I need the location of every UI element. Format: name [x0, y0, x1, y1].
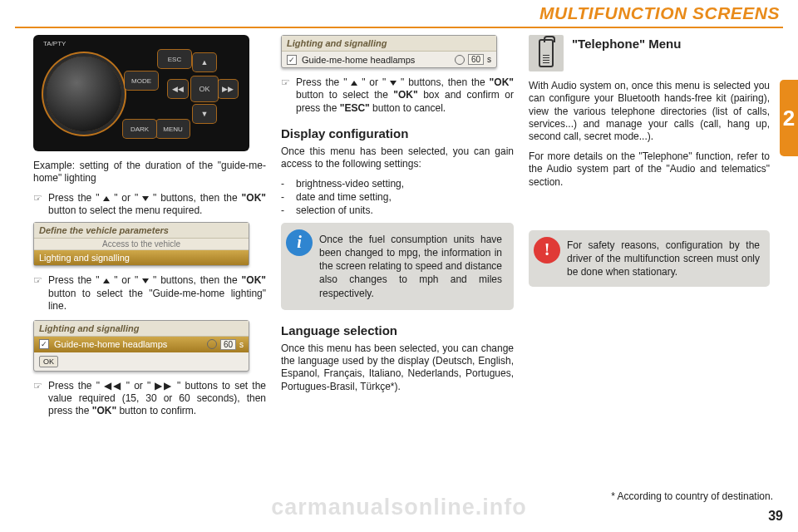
display-config-heading: Display configuration — [281, 126, 514, 140]
menu-screenshot-1: Define the vehicle parameters Access to … — [33, 222, 249, 266]
clock-icon — [455, 55, 465, 65]
info-icon: i — [286, 229, 313, 256]
dpad-down-icon: ▼ — [193, 105, 216, 123]
warning-callout: ! For safety reasons, configuration by t… — [529, 230, 770, 288]
clock-icon — [207, 339, 217, 349]
telephone-paragraph-2: For more details on the "Telephone" func… — [529, 150, 770, 189]
step-2: ☞ Press the " " or " " buttons, then the… — [33, 274, 266, 313]
value-box: 60 — [220, 339, 236, 350]
display-config-intro: Once this menu has been selected, you ca… — [281, 145, 514, 171]
chapter-number: 2 — [783, 106, 795, 131]
dpad-forward-icon: ▶▶ — [218, 80, 238, 98]
column-1: TA/PTY ESC MODE MENU DARK ▲ ▼ ◀◀ ▶▶ OK E… — [33, 35, 266, 423]
step-1: ☞ Press the " " or " " buttons, then the… — [33, 192, 266, 218]
language-heading: Language selection — [281, 323, 514, 337]
down-arrow-icon — [390, 81, 397, 86]
checkbox-icon: ✓ — [39, 339, 49, 349]
chapter-tab: 2 — [780, 80, 798, 156]
checkbox-icon: ✓ — [287, 55, 297, 65]
info-text: Once the fuel consumption units have bee… — [319, 234, 502, 299]
pointer-icon: ☞ — [281, 76, 291, 115]
list-item: -selection of units. — [281, 204, 514, 216]
menu-screenshot-2: Lighting and signalling ✓ Guide-me-home … — [33, 320, 249, 372]
menu3-row: ✓ Guide-me-home headlamps 60 s — [282, 52, 496, 67]
info-callout: i Once the fuel consumption units have b… — [281, 223, 514, 310]
value-box: 60 — [468, 54, 484, 65]
example-caption: Example: setting of the duration of the … — [33, 160, 266, 185]
menu2-selected-row: ✓ Guide-me-home headlamps 60 s — [34, 337, 249, 352]
down-arrow-icon — [142, 196, 149, 201]
telephone-paragraph-1: With Audio system on, once this menu is … — [529, 80, 770, 144]
control-pad-illustration: TA/PTY ESC MODE MENU DARK ▲ ▼ ◀◀ ▶▶ OK — [33, 35, 249, 151]
footnote: * According to country of destination. — [611, 490, 773, 502]
language-text: Once this menu has been selected, you ca… — [281, 342, 514, 393]
pointer-icon: ☞ — [33, 192, 43, 218]
menu1-title: Define the vehicle parameters — [34, 223, 249, 239]
column-2: Lighting and signalling ✓ Guide-me-home … — [281, 35, 514, 423]
warning-text: For safety reasons, configuration by the… — [567, 239, 760, 278]
page-number: 39 — [768, 509, 783, 524]
list-item: -brightness-video setting, — [281, 178, 514, 190]
pointer-icon: ☞ — [33, 380, 43, 418]
header-title: MULTIFUNCTION SCREENS — [539, 3, 780, 22]
menu2-title: Lighting and signalling — [34, 321, 249, 337]
dpad-ok-icon: OK — [191, 76, 218, 101]
menu3-title: Lighting and signalling — [282, 36, 496, 52]
rotary-dial — [47, 57, 121, 131]
ok-box-icon: OK — [39, 356, 58, 367]
down-arrow-icon — [142, 278, 149, 283]
header-rule — [15, 27, 783, 28]
step-3: ☞ Press the " ◀◀ " or " ▶▶ " buttons to … — [33, 380, 266, 418]
phone-icon-tile — [529, 35, 564, 71]
column-3: "Telephone" Menu With Audio system on, o… — [529, 35, 770, 423]
phone-icon — [539, 39, 554, 67]
warning-icon: ! — [534, 237, 560, 264]
telephone-heading: "Telephone" Menu — [572, 37, 681, 51]
dpad: ▲ ▼ ◀◀ ▶▶ OK — [168, 53, 238, 123]
menu-screenshot-3: Lighting and signalling ✓ Guide-me-home … — [281, 35, 497, 68]
mode-button-glyph: MODE — [125, 71, 158, 90]
menu1-subtitle: Access to the vehicle — [34, 239, 249, 250]
ta-pty-label: TA/PTY — [43, 40, 66, 47]
dark-button-glyph: DARK — [123, 120, 156, 138]
telephone-heading-row: "Telephone" Menu — [529, 35, 770, 71]
step-ok-esc: ☞ Press the " " or " " buttons, then the… — [281, 76, 514, 115]
list-item: -date and time setting, — [281, 191, 514, 203]
dpad-up-icon: ▲ — [193, 53, 216, 71]
menu1-selected-row: Lighting and signalling — [34, 250, 249, 265]
manual-page: MULTIFUNCTION SCREENS 2 TA/PTY ESC MODE … — [0, 0, 798, 532]
pointer-icon: ☞ — [33, 274, 43, 313]
page-header: MULTIFUNCTION SCREENS — [0, 0, 798, 27]
dpad-rewind-icon: ◀◀ — [168, 80, 188, 98]
